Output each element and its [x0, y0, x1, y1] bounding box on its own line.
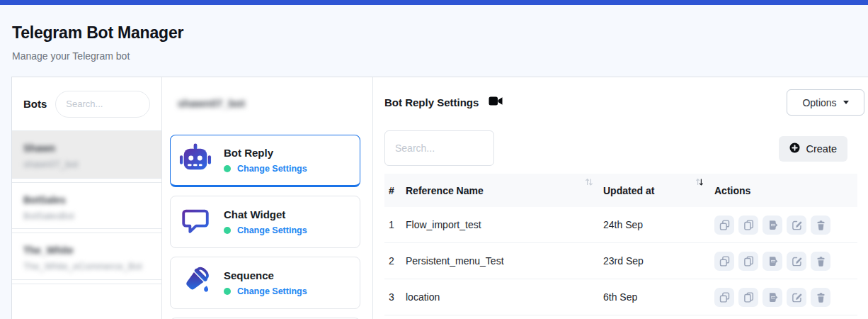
card-bot-reply[interactable]: Bot Reply Change Settings: [170, 135, 360, 187]
clone-button[interactable]: [714, 252, 734, 271]
bot-name-blurred: BotSales: [23, 194, 150, 206]
bot-reply-settings-panel: Bot Reply Settings Options: [373, 77, 868, 319]
status-dot: [224, 227, 231, 234]
row-index: 2: [384, 255, 406, 267]
page-title: Telegram Bot Manager: [12, 23, 868, 42]
clone-button[interactable]: [714, 288, 734, 307]
reference-name: Flow_import_test: [406, 219, 481, 230]
sort-icon[interactable]: [585, 177, 593, 189]
col-header-updated-at: Updated at: [603, 185, 654, 196]
delete-button[interactable]: [811, 288, 830, 307]
delete-button[interactable]: [811, 252, 830, 271]
bot-list-item[interactable]: BotSales BotSalesBot: [12, 182, 161, 230]
card-sequence[interactable]: Sequence Change Settings: [170, 257, 360, 309]
row-index: 1: [384, 219, 406, 230]
export-button[interactable]: [763, 288, 782, 307]
updated-at: 6th Sep: [603, 291, 637, 303]
plus-circle-icon: [789, 142, 800, 155]
copy-button[interactable]: [738, 252, 758, 271]
updated-at: 23rd Sep: [603, 255, 644, 267]
bot-username-blurred: The_White_eCommerce_Bot: [23, 261, 150, 272]
table-header-row: # Reference Name Updated at: [384, 174, 857, 207]
change-settings-link[interactable]: Change Settings: [237, 286, 307, 296]
status-dot: [224, 165, 231, 172]
edit-button[interactable]: [787, 216, 806, 235]
bot-username-blurred: BotSalesBot: [23, 211, 150, 221]
change-settings-link[interactable]: Change Settings: [237, 164, 307, 174]
col-header-actions: Actions: [714, 185, 857, 196]
card-chat-widget[interactable]: Chat Widget Change Settings: [170, 196, 360, 248]
sort-icon-desc-active[interactable]: [695, 177, 704, 189]
robot-icon: [179, 142, 212, 178]
updated-at: 24th Sep: [603, 219, 643, 230]
chevron-down-icon: [843, 101, 849, 104]
main-panel: Bots Shawn shawn07_bot BotSales BotSales…: [11, 77, 868, 319]
row-index: 3: [384, 291, 406, 303]
replies-search-input[interactable]: [384, 130, 494, 166]
card-title: Chat Widget: [224, 208, 307, 220]
bot-list-item[interactable]: The_White The_White_eCommerce_Bot: [12, 233, 161, 280]
replies-table: # Reference Name Updated at: [384, 174, 857, 315]
reference-name: Persistent_menu_Test: [406, 255, 504, 267]
bot-username-blurred: shawn07_bot: [23, 159, 150, 169]
chat-bubble-icon: [179, 204, 212, 240]
status-dot: [224, 288, 231, 295]
edit-button[interactable]: [787, 288, 806, 307]
bot-name-blurred: Shawn: [23, 142, 150, 154]
card-title: Sequence: [224, 269, 307, 281]
bots-sidebar-header: Bots: [12, 77, 161, 131]
col-header-index: #: [384, 185, 406, 196]
delete-button[interactable]: [811, 216, 830, 235]
bot-settings-column: shawn07_bot: [162, 77, 373, 319]
reference-name: location: [406, 291, 440, 303]
change-settings-link[interactable]: Change Settings: [237, 225, 307, 235]
settings-title: Bot Reply Settings: [384, 96, 479, 108]
paint-bucket-icon: [179, 265, 212, 301]
copy-button[interactable]: [738, 288, 758, 307]
create-button[interactable]: Create: [779, 136, 847, 162]
bots-sidebar: Bots Shawn shawn07_bot BotSales BotSales…: [12, 77, 162, 319]
bots-title: Bots: [23, 98, 47, 110]
page-header: Telegram Bot Manager Manage your Telegra…: [0, 5, 868, 62]
bot-name-blurred: The_White: [23, 245, 150, 256]
clone-button[interactable]: [714, 216, 734, 235]
table-row: 3 location 6th Sep: [384, 279, 857, 315]
edit-button[interactable]: [787, 252, 806, 271]
page-subtitle: Manage your Telegram bot: [12, 50, 868, 62]
table-row: 1 Flow_import_test 24th Sep: [384, 207, 857, 243]
options-button[interactable]: Options: [787, 89, 864, 116]
selected-bot-name-blurred: shawn07_bot: [178, 97, 360, 109]
table-row: 2 Persistent_menu_Test 23rd Sep: [384, 243, 857, 279]
card-title: Bot Reply: [224, 147, 307, 159]
copy-button[interactable]: [738, 216, 758, 235]
bot-list-item[interactable]: Shawn shawn07_bot: [12, 131, 161, 179]
bot-list-item-partial[interactable]: [12, 284, 161, 319]
export-button[interactable]: [763, 252, 782, 271]
video-camera-icon[interactable]: [489, 96, 503, 109]
top-accent-bar: [0, 0, 868, 5]
col-header-reference-name: Reference Name: [406, 185, 484, 196]
export-button[interactable]: [763, 216, 782, 235]
bots-search-input[interactable]: [55, 91, 150, 118]
